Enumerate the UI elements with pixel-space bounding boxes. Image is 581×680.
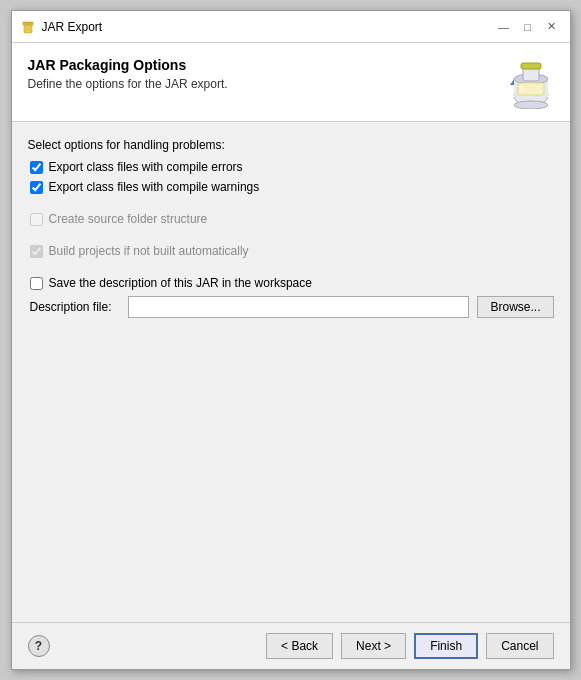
footer: ? < Back Next > Finish Cancel [12,622,570,669]
svg-point-10 [514,101,548,109]
help-button[interactable]: ? [28,635,50,657]
maximize-button[interactable]: □ [518,17,538,37]
compile-warnings-checkbox[interactable] [30,181,43,194]
svg-marker-11 [510,79,514,85]
next-button[interactable]: Next > [341,633,406,659]
build-projects-item: Build projects if not built automaticall… [28,244,554,258]
window-title: JAR Export [42,20,103,34]
cancel-button[interactable]: Cancel [486,633,553,659]
compile-warnings-label[interactable]: Export class files with compile warnings [49,180,260,194]
source-folder-item: Create source folder structure [28,212,554,226]
save-description-checkbox[interactable] [30,277,43,290]
jar-export-window: JAR Export — □ ✕ JAR Packaging Options D… [11,10,571,670]
compile-errors-item: Export class files with compile errors [28,160,554,174]
description-input[interactable] [128,296,470,318]
problems-label: Select options for handling problems: [28,138,554,152]
footer-left: ? [28,635,50,657]
description-label: Description file: [30,300,120,314]
svg-point-9 [520,85,524,93]
title-bar-controls: — □ ✕ [494,17,562,37]
svg-point-2 [23,22,33,25]
description-row: Description file: Browse... [28,296,554,318]
jar-icon [508,57,554,109]
source-folder-checkbox [30,213,43,226]
compile-warnings-item: Export class files with compile warnings [28,180,554,194]
back-button[interactable]: < Back [266,633,333,659]
browse-button[interactable]: Browse... [477,296,553,318]
title-bar-left: JAR Export [20,19,103,35]
page-subtitle: Define the options for the JAR export. [28,77,508,91]
save-description-item: Save the description of this JAR in the … [28,276,554,290]
build-projects-checkbox [30,245,43,258]
compile-errors-checkbox[interactable] [30,161,43,174]
title-bar: JAR Export — □ ✕ [12,11,570,43]
build-projects-label: Build projects if not built automaticall… [49,244,249,258]
header-text: JAR Packaging Options Define the options… [28,57,508,91]
page-title: JAR Packaging Options [28,57,508,73]
save-description-label[interactable]: Save the description of this JAR in the … [49,276,312,290]
content-spacer [12,388,570,622]
header-section: JAR Packaging Options Define the options… [12,43,570,122]
svg-rect-7 [521,63,541,69]
content-area: Select options for handling problems: Ex… [12,122,570,388]
minimize-button[interactable]: — [494,17,514,37]
compile-errors-label[interactable]: Export class files with compile errors [49,160,243,174]
finish-button[interactable]: Finish [414,633,478,659]
close-button[interactable]: ✕ [542,17,562,37]
source-folder-label: Create source folder structure [49,212,208,226]
window-icon [20,19,36,35]
footer-buttons: < Back Next > Finish Cancel [266,633,553,659]
